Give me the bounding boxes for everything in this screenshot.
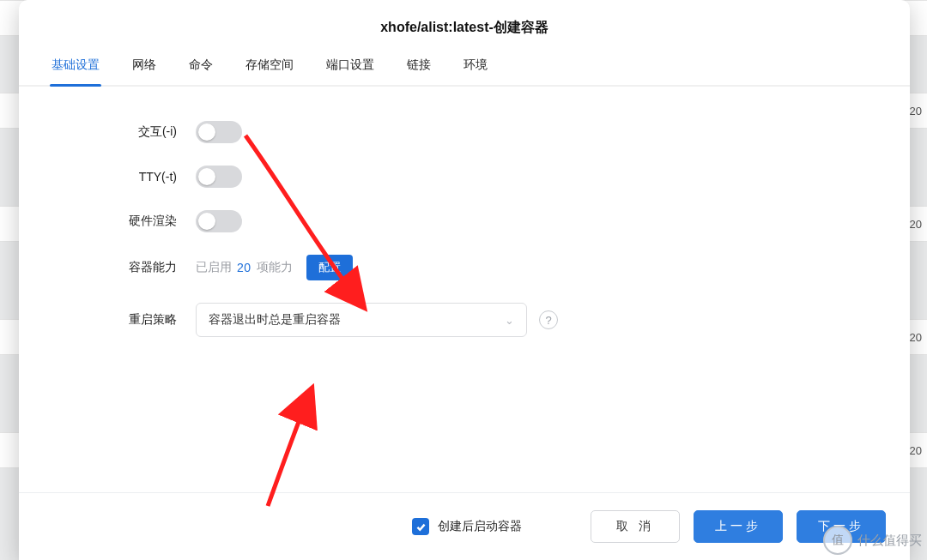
watermark-icon: 值: [823, 526, 852, 555]
tab-links[interactable]: 链接: [405, 49, 433, 85]
label-interactive: 交互(-i): [50, 124, 196, 140]
dialog-title: xhofe/alist:latest-创建容器: [19, 0, 910, 49]
label-restart-policy: 重启策略: [50, 312, 196, 328]
label-hw-render: 硬件渲染: [50, 214, 196, 229]
tab-bar: 基础设置 网络 命令 存储空间 端口设置 链接 环境: [19, 49, 910, 87]
tab-env[interactable]: 环境: [462, 49, 489, 85]
cancel-button[interactable]: 取 消: [591, 510, 680, 543]
dialog-footer: 创建后启动容器 取 消 上一步 下一步: [19, 492, 910, 560]
configure-button[interactable]: 配置: [306, 255, 353, 280]
watermark: 值 什么值得买: [823, 526, 922, 555]
cap-enabled-prefix: 已启用: [196, 260, 232, 275]
checkbox-icon: [412, 518, 429, 535]
start-after-create-label: 创建后启动容器: [438, 519, 522, 534]
prev-button[interactable]: 上一步: [694, 510, 783, 543]
restart-policy-value: 容器退出时总是重启容器: [209, 312, 341, 328]
restart-policy-select[interactable]: 容器退出时总是重启容器 ⌄: [196, 303, 527, 337]
tab-network[interactable]: 网络: [130, 49, 158, 85]
tab-basic[interactable]: 基础设置: [50, 49, 101, 85]
toggle-interactive[interactable]: [196, 121, 242, 143]
chevron-down-icon: ⌄: [505, 314, 514, 327]
help-icon[interactable]: ?: [539, 310, 558, 329]
create-container-dialog: xhofe/alist:latest-创建容器 基础设置 网络 命令 存储空间 …: [19, 0, 910, 560]
toggle-hw-render[interactable]: [196, 210, 242, 232]
watermark-text: 什么值得买: [857, 533, 922, 549]
cap-count: 20: [237, 261, 251, 274]
start-after-create-checkbox[interactable]: 创建后启动容器: [412, 518, 522, 535]
form-body: 交互(-i) TTY(-t) 硬件渲染 容器能力 已启用 20 项能力 配置 重…: [19, 87, 910, 492]
tab-ports[interactable]: 端口设置: [324, 49, 376, 85]
toggle-tty[interactable]: [196, 166, 242, 188]
cap-enabled-suffix: 项能力: [257, 260, 293, 275]
tab-command[interactable]: 命令: [187, 49, 215, 85]
label-capabilities: 容器能力: [50, 260, 196, 275]
label-tty: TTY(-t): [50, 170, 196, 184]
tab-storage[interactable]: 存储空间: [244, 49, 295, 85]
